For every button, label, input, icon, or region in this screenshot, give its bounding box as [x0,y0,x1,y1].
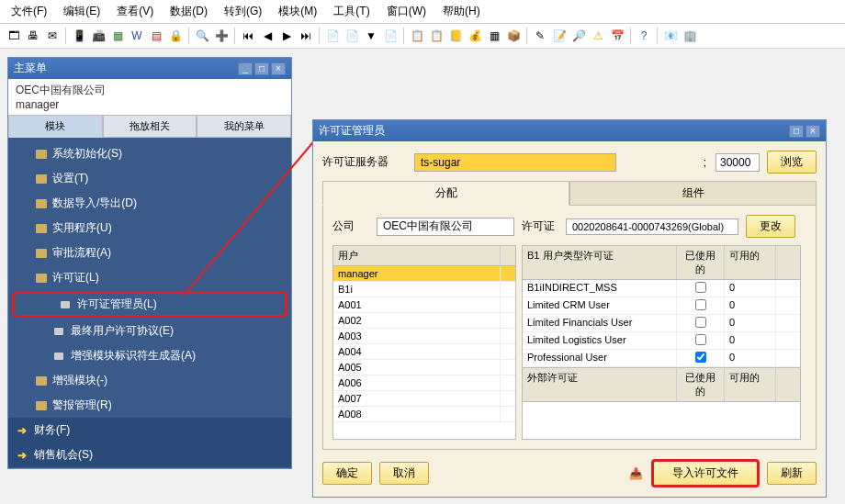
user-row[interactable]: manager [333,266,515,282]
prev-icon[interactable]: ◀ [259,28,276,44]
tab-modules[interactable]: 模块 [8,115,103,138]
preview-icon[interactable]: 🗔 [6,28,22,44]
cancel-button[interactable]: 取消 [379,462,429,485]
add-icon[interactable]: ➕ [213,28,230,44]
word-icon[interactable]: W [129,28,145,44]
close-icon[interactable]: × [271,62,286,75]
ok-button[interactable]: 确定 [322,462,372,485]
menu-tools[interactable]: 工具(T) [326,2,377,21]
used-checkbox[interactable] [695,334,706,345]
next-icon[interactable]: ▶ [278,28,295,44]
menu-edit[interactable]: 编辑(E) [56,2,107,21]
user-row[interactable]: A004 [333,344,515,360]
user-row[interactable]: B1i [333,282,515,297]
used-checkbox[interactable] [695,282,706,293]
type-used[interactable] [677,297,725,314]
last-icon[interactable]: ⏭ [298,28,314,44]
type-used[interactable] [677,280,725,297]
license-field[interactable] [566,218,738,235]
first-icon[interactable]: ⏮ [240,28,256,44]
tree-finance[interactable]: ➜财务(F) [8,418,291,442]
user-row[interactable]: A007 [333,391,515,407]
used-checkbox[interactable] [695,299,706,310]
calendar-icon[interactable]: 📅 [609,28,625,44]
user-row[interactable]: A001 [333,297,515,313]
change-button[interactable]: 更改 [746,215,795,238]
tree-alarm[interactable]: 警报管理(R) [8,393,291,418]
excel-icon[interactable]: ▦ [109,28,126,44]
formsettings-icon[interactable]: 📝 [551,28,568,44]
tree-utilities[interactable]: 实用程序(U) [8,216,291,241]
base-doc-icon[interactable]: 📋 [409,28,425,44]
menu-window[interactable]: 窗口(W) [379,2,434,21]
payment-icon[interactable]: 💰 [467,28,483,44]
tree-license[interactable]: 许可证(L) [8,265,291,290]
license-type-row[interactable]: Limited Financials User0 [523,315,800,332]
tree-approval[interactable]: 审批流程(A) [8,241,291,265]
alert-icon[interactable]: ⚠ [590,28,606,44]
refresh-button[interactable]: 刷新 [767,462,817,485]
menu-help[interactable]: 帮助(H) [435,2,488,21]
type-used[interactable] [677,315,725,331]
menu-data[interactable]: 数据(D) [163,2,215,21]
branches-icon[interactable]: 🏢 [682,28,698,44]
gross-icon[interactable]: ▦ [486,28,502,44]
server-input[interactable] [414,153,616,172]
user-row[interactable]: A006 [333,375,515,391]
tab-dragdrop[interactable]: 拖放相关 [103,115,197,138]
license-type-row[interactable]: B1iINDIRECT_MSS0 [523,280,800,297]
tree-system-init[interactable]: 系统初始化(S) [8,141,291,166]
menu-view[interactable]: 查看(V) [109,2,161,21]
license-type-row[interactable]: Limited Logistics User0 [523,332,800,350]
query-icon[interactable]: 🔎 [570,28,587,44]
help-icon[interactable]: ? [636,28,652,44]
maximize-icon[interactable]: □ [254,62,269,75]
maximize-icon[interactable]: □ [789,125,804,138]
user-row[interactable]: A005 [333,360,515,375]
doc3-icon[interactable]: 📄 [382,28,399,44]
used-checkbox[interactable] [695,317,706,328]
find-icon[interactable]: 🔍 [194,28,210,44]
tree-settings[interactable]: 设置(T) [8,166,291,191]
target-doc-icon[interactable]: 📋 [428,28,445,44]
journal-icon[interactable]: 📒 [447,28,464,44]
sms-icon[interactable]: 📱 [71,28,87,44]
messages-icon[interactable]: 📧 [662,28,679,44]
tab-mymenu[interactable]: 我的菜单 [197,115,291,138]
fax-icon[interactable]: 📠 [90,28,107,44]
filter-icon[interactable]: ▼ [363,28,379,44]
menu-file[interactable]: 文件(F) [4,2,54,21]
pdf-icon[interactable]: ▤ [148,28,164,44]
port-input[interactable] [715,153,760,172]
company-field[interactable] [377,218,514,236]
doc2-icon[interactable]: 📄 [344,28,360,44]
minimize-icon[interactable]: _ [238,62,253,75]
menu-modules[interactable]: 模块(M) [271,2,324,21]
tree-license-manager[interactable]: 许可证管理员(L) [12,291,287,318]
used-checkbox[interactable] [695,352,706,363]
type-used[interactable] [677,350,725,366]
browse-button[interactable]: 浏览 [767,151,817,174]
tree-sales[interactable]: ➜销售机会(S) [8,442,291,467]
tab-components[interactable]: 组件 [569,181,817,206]
email-icon[interactable]: ✉ [44,28,61,44]
volume-icon[interactable]: 📦 [505,28,522,44]
tree-eula[interactable]: 最终用户许可协议(E) [8,319,291,343]
type-used[interactable] [677,332,725,349]
license-type-row[interactable]: Professional User0 [523,350,800,367]
user-row[interactable]: A008 [333,407,515,422]
tab-allocation[interactable]: 分配 [322,181,569,206]
doc1-icon[interactable]: 📄 [324,28,341,44]
layout-icon[interactable]: ✎ [532,28,548,44]
print-icon[interactable]: 🖶 [25,28,41,44]
tree-addon-gen[interactable]: 增强模块标识符生成器(A) [8,343,291,368]
menu-goto[interactable]: 转到(G) [217,2,269,21]
user-row[interactable]: A002 [333,313,515,329]
close-icon[interactable]: × [806,125,820,138]
user-row[interactable]: A003 [333,329,515,344]
tree-data-io[interactable]: 数据导入/导出(D) [8,191,291,216]
import-license-button[interactable]: 导入许可文件 [651,459,760,487]
tree-addon[interactable]: 增强模块(-) [8,368,291,393]
lock-icon[interactable]: 🔒 [167,28,184,44]
license-type-row[interactable]: Limited CRM User0 [523,297,800,315]
